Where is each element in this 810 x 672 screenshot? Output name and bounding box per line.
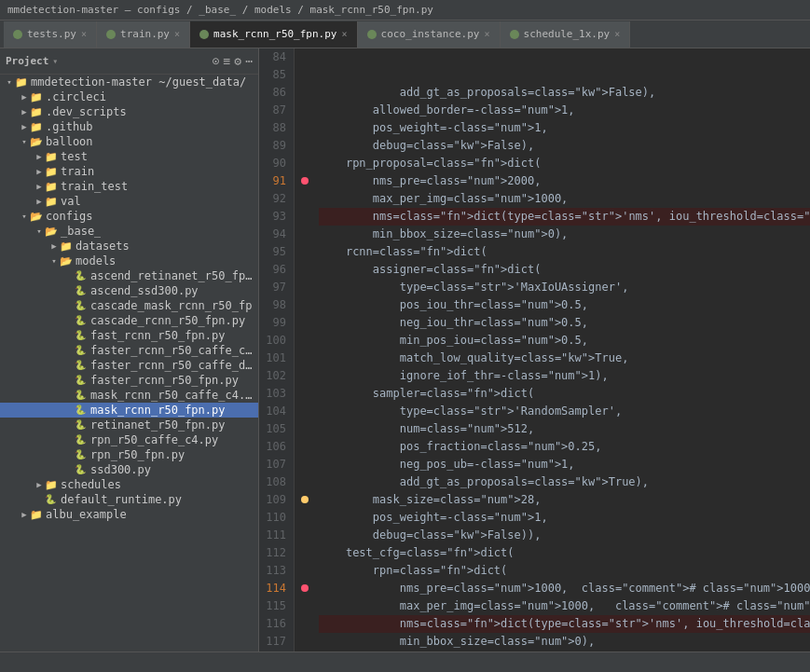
line-number: 111	[263, 527, 286, 544]
mask-rcnn-c4-label: mask_rcnn_r50_caffe_c4.py	[90, 389, 258, 402]
tab-train[interactable]: train.py ×	[97, 21, 190, 48]
tab-label-coco: coco_instance.py	[381, 28, 480, 40]
circleci-arrow: ▶	[19, 91, 30, 103]
breakpoint-dot[interactable]	[301, 177, 309, 185]
tab-schedule[interactable]: schedule_1x.py ×	[501, 21, 631, 48]
tab-label-train: train.py	[120, 28, 170, 40]
gutter-marker	[295, 226, 311, 243]
gutter-marker	[295, 420, 311, 438]
test-label: test	[61, 150, 88, 163]
schedules-label: schedules	[61, 478, 121, 491]
line-number: 92	[263, 190, 286, 208]
gutter-marker	[295, 332, 311, 350]
settings-icon[interactable]: ⚙	[234, 54, 241, 68]
gutter-marker	[295, 544, 311, 562]
line-number: 108	[263, 473, 286, 491]
sidebar-item-datasets[interactable]: ▶ 📁 datasets	[0, 239, 258, 254]
locate-icon[interactable]: ⊙	[213, 54, 220, 68]
sidebar-item-base[interactable]: ▾ 📂 _base_	[0, 224, 258, 239]
test-arrow: ▶	[34, 151, 45, 162]
tab-icon-schedule	[510, 30, 519, 39]
breakpoint-dot[interactable]	[301, 584, 309, 592]
tab-tests[interactable]: tests.py ×	[4, 21, 97, 48]
cascade-rcnn-label: cascade_rcnn_r50_fpn.py	[90, 314, 245, 327]
tab-coco[interactable]: coco_instance.py ×	[358, 21, 501, 48]
line-number: 105	[263, 420, 286, 438]
sidebar-item-cascade-rcnn[interactable]: ▶ 🐍 cascade_rcnn_r50_fpn.py	[0, 313, 258, 328]
sidebar-item-retinanet[interactable]: ▶ 🐍 retinanet_r50_fpn.py	[0, 418, 258, 432]
line-number: 118	[263, 651, 286, 651]
sidebar-item-ascend-retinanet[interactable]: ▶ 🐍 ascend_retinanet_r50_fpn.p	[0, 268, 258, 283]
sidebar-item-cascade-mask[interactable]: ▶ 🐍 cascade_mask_rcnn_r50_fp	[0, 298, 258, 313]
code-line: min_bbox_size=class="num">0),	[319, 226, 810, 243]
sidebar[interactable]: Project ▾ ⊙ ≡ ⚙ ⋯ ▾ 📁 mmdetection-master…	[0, 48, 259, 651]
gutter-marker	[295, 651, 311, 651]
sidebar-item-github[interactable]: ▶ 📁 .github	[0, 119, 258, 134]
gutter-marker	[295, 615, 311, 633]
warning-dot[interactable]	[301, 496, 309, 503]
main-layout: Project ▾ ⊙ ≡ ⚙ ⋯ ▾ 📁 mmdetection-master…	[0, 48, 810, 651]
train-folder-icon: 📁	[45, 166, 58, 177]
sidebar-item-ascend-ssd300[interactable]: ▶ 🐍 ascend_ssd300.py	[0, 283, 258, 298]
sidebar-item-circleci[interactable]: ▶ 📁 .circleci	[0, 89, 258, 104]
sidebar-item-test[interactable]: ▶ 📁 test	[0, 149, 258, 164]
sidebar-item-models[interactable]: ▾ 📂 models	[0, 254, 258, 268]
line-number: 116	[263, 615, 286, 633]
code-line: debug=class="kw">False),	[319, 137, 810, 155]
sidebar-item-train-test[interactable]: ▶ 📁 train_test	[0, 179, 258, 194]
sidebar-item-ssd300[interactable]: ▶ 🐍 ssd300.py	[0, 462, 258, 477]
sidebar-item-rpn-caffe-c4[interactable]: ▶ 🐍 rpn_r50_caffe_c4.py	[0, 432, 258, 447]
tree-root[interactable]: ▾ 📁 mmdetection-master ~/guest_data/	[0, 75, 258, 89]
line-number: 90	[263, 155, 286, 172]
close-coco[interactable]: ×	[484, 29, 489, 39]
sidebar-item-mask-rcnn-caffe-c4[interactable]: ▶ 🐍 mask_rcnn_r50_caffe_c4.py	[0, 388, 258, 403]
sidebar-item-val[interactable]: ▶ 📁 val	[0, 194, 258, 209]
line-number: 104	[263, 403, 286, 420]
sidebar-item-default-runtime[interactable]: ▶ 🐍 default_runtime.py	[0, 492, 258, 507]
close-tests[interactable]: ×	[81, 29, 87, 39]
sidebar-item-balloon[interactable]: ▾ 📂 balloon	[0, 134, 258, 149]
sidebar-item-train[interactable]: ▶ 📁 train	[0, 164, 258, 179]
close-schedule[interactable]: ×	[614, 29, 620, 39]
tab-mask-rcnn[interactable]: mask_rcnn_r50_fpn.py ×	[190, 21, 357, 48]
balloon-label: balloon	[46, 135, 93, 148]
code-line: add_gt_as_proposals=class="kw">False),	[319, 84, 810, 102]
close-mask-rcnn[interactable]: ×	[341, 29, 347, 39]
line-number: 85	[263, 66, 286, 84]
balloon-arrow: ▾	[19, 136, 30, 147]
tab-icon-tests	[13, 30, 22, 39]
sidebar-item-rpn-fpn[interactable]: ▶ 🐍 rpn_r50_fpn.py	[0, 447, 258, 462]
sidebar-item-configs[interactable]: ▾ 📂 configs	[0, 209, 258, 224]
line-number: 103	[263, 385, 286, 403]
sidebar-item-dev-scripts[interactable]: ▶ 📁 .dev_scripts	[0, 104, 258, 119]
configs-arrow: ▾	[19, 211, 30, 222]
collapse-icon[interactable]: ≡	[224, 54, 231, 68]
train-test-arrow: ▶	[34, 181, 45, 192]
code-line: mask_size=class="num">28,	[319, 491, 810, 509]
train-test-folder-icon: 📁	[45, 181, 58, 192]
github-folder-icon: 📁	[30, 121, 43, 132]
sidebar-item-faster-rcnn-dc5[interactable]: ▶ 🐍 faster_rcnn_r50_caffe_dc5.p	[0, 358, 258, 373]
root-folder-icon: 📁	[15, 76, 28, 88]
close-train[interactable]: ×	[174, 29, 180, 39]
more-icon[interactable]: ⋯	[245, 54, 253, 68]
sidebar-item-albu-example[interactable]: ▶ 📁 albu_example	[0, 507, 258, 522]
line-number: 106	[263, 438, 286, 456]
sidebar-item-schedules[interactable]: ▶ 📁 schedules	[0, 477, 258, 492]
sidebar-item-faster-rcnn-fpn[interactable]: ▶ 🐍 faster_rcnn_r50_fpn.py	[0, 373, 258, 388]
gutter-marker	[295, 172, 311, 190]
sidebar-item-faster-rcnn-c4[interactable]: ▶ 🐍 faster_rcnn_r50_caffe_c4.p	[0, 343, 258, 358]
val-folder-icon: 📁	[45, 196, 58, 207]
code-container[interactable]: 8485868788899091929394959697989910010110…	[259, 48, 810, 651]
sidebar-item-mask-rcnn-fpn[interactable]: ▶ 🐍 mask_rcnn_r50_fpn.py	[0, 403, 258, 418]
code-line: debug=class="kw">False)),	[319, 527, 810, 544]
sidebar-item-fast-rcnn[interactable]: ▶ 🐍 fast_rcnn_r50_fpn.py	[0, 328, 258, 343]
line-number: 114	[263, 580, 286, 597]
rpn-c4-file-icon: 🐍	[75, 434, 88, 446]
code-line: match_low_quality=class="kw">True,	[319, 350, 810, 367]
fast-rcnn-file-icon: 🐍	[75, 330, 88, 341]
code-editor[interactable]: add_gt_as_proposals=class="kw">False), a…	[311, 48, 810, 651]
mask-rcnn-c4-file-icon: 🐍	[75, 390, 88, 401]
line-number: 107	[263, 456, 286, 473]
gutter[interactable]	[295, 48, 311, 651]
